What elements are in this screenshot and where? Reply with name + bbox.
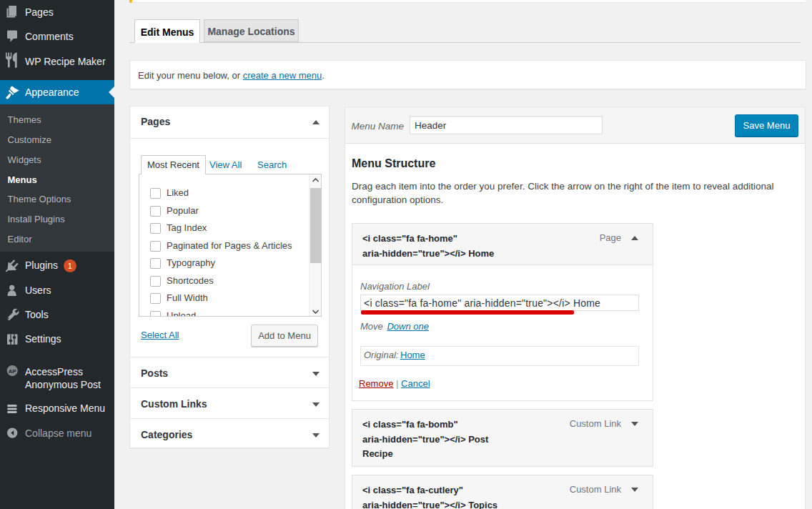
svg-text:AP: AP (9, 368, 17, 375)
